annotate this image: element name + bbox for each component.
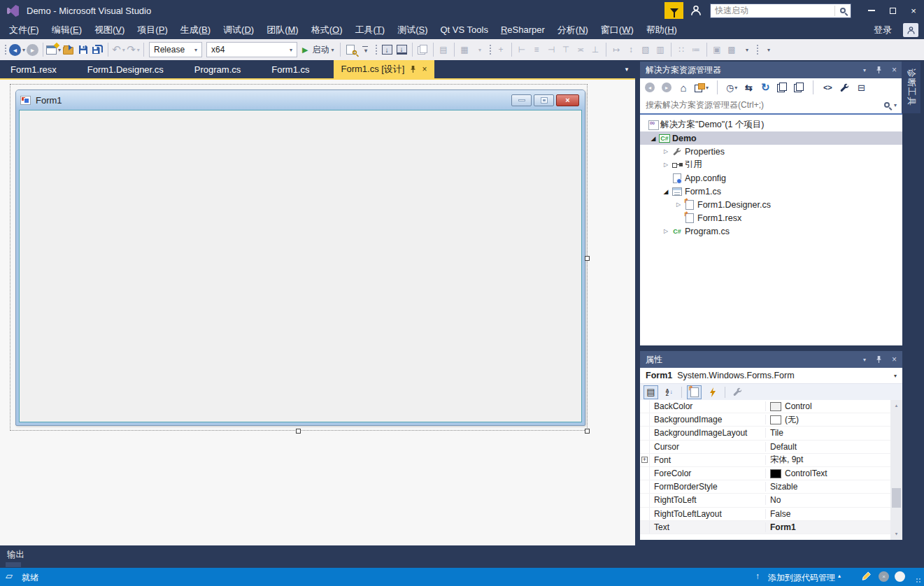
- pin-icon[interactable]: [410, 65, 416, 73]
- designer-surface[interactable]: Form1 ×: [0, 80, 635, 545]
- categorized-button[interactable]: ▤: [644, 385, 658, 399]
- dropdown-icon[interactable]: ▾: [894, 373, 897, 379]
- resize-handle-corner[interactable]: [585, 429, 590, 434]
- form-maximize-button[interactable]: [534, 94, 554, 106]
- build-solution-button[interactable]: ↓: [380, 41, 395, 58]
- save-all-button[interactable]: [90, 41, 105, 58]
- user-avatar-button[interactable]: [903, 23, 918, 37]
- attach-to-process-button[interactable]: [415, 41, 430, 58]
- publish-pen-icon[interactable]: [861, 571, 872, 581]
- tree-item-properties[interactable]: ▷ Properties: [640, 145, 902, 158]
- scroll-down-icon[interactable]: ▴: [890, 529, 902, 540]
- source-control-menu-icon[interactable]: ▴: [838, 573, 841, 579]
- tab-diagnostic-tools[interactable]: 诊断工具: [902, 62, 921, 113]
- menu-window[interactable]: 窗口(W): [595, 21, 640, 39]
- form-close-button[interactable]: ×: [556, 94, 579, 106]
- document-list-dropdown[interactable]: ▾: [620, 60, 634, 78]
- tab-output[interactable]: 输出: [7, 549, 24, 561]
- menu-build[interactable]: 生成(B): [174, 21, 217, 39]
- minimize-button[interactable]: [861, 0, 882, 21]
- start-debugging-button[interactable]: ▶启动▾: [299, 41, 336, 58]
- scrollbar-thumb[interactable]: [892, 488, 901, 508]
- tab-form1-cs-design[interactable]: Form1.cs [设计] ×: [334, 60, 434, 78]
- home-button[interactable]: ⌂: [678, 82, 689, 94]
- scroll-up-icon[interactable]: ▴: [890, 400, 902, 410]
- send-to-back-button[interactable]: ▩: [725, 41, 739, 58]
- menu-test[interactable]: 测试(S): [391, 21, 434, 39]
- show-all-files-button[interactable]: [793, 83, 804, 92]
- menu-resharper[interactable]: ReSharper: [495, 21, 551, 39]
- property-row-cursor[interactable]: Cursor Default: [640, 441, 890, 454]
- pin-icon[interactable]: [876, 66, 882, 74]
- window-position-dropdown-icon[interactable]: ▾: [863, 67, 866, 73]
- sync-status-icon[interactable]: ×: [879, 571, 889, 582]
- tree-item-app-config[interactable]: App.config: [640, 171, 902, 185]
- toolbar-grip[interactable]: [375, 44, 378, 56]
- property-row-forecolor[interactable]: ForeColor ControlText: [640, 467, 890, 480]
- events-button[interactable]: [705, 385, 720, 399]
- feedback-icon[interactable]: [664, 2, 683, 19]
- tab-form1-resx[interactable]: Form1.resx: [4, 60, 63, 78]
- align-rights-button[interactable]: ⊣: [544, 41, 559, 58]
- search-icon[interactable]: [884, 102, 890, 108]
- vertical-spacing-button[interactable]: ≔: [689, 41, 704, 58]
- status-avatar-icon[interactable]: [895, 571, 905, 582]
- resize-handle-right[interactable]: [585, 256, 590, 261]
- quick-launch-box[interactable]: [710, 3, 851, 18]
- resize-handle-bottom[interactable]: [296, 429, 301, 434]
- solution-explorer-search[interactable]: ▾: [640, 97, 902, 115]
- property-row-righttoleft[interactable]: RightToLeft No: [640, 494, 890, 507]
- property-row-formborderstyle[interactable]: FormBorderStyle Sizable: [640, 480, 890, 494]
- refresh-button[interactable]: ↻: [760, 81, 771, 94]
- property-row-righttoleftlayout[interactable]: RightToLeftLayout False: [640, 508, 890, 521]
- expander-collapsed-icon[interactable]: ▷: [661, 148, 671, 155]
- property-pages-button[interactable]: [730, 385, 745, 399]
- form-client-area[interactable]: [19, 110, 582, 422]
- make-same-width-button[interactable]: ↦: [609, 41, 624, 58]
- align-lefts-button[interactable]: ⊢: [515, 41, 529, 58]
- expand-icon[interactable]: +: [641, 457, 648, 463]
- menu-format[interactable]: 格式(O): [305, 21, 349, 39]
- design-form[interactable]: Form1 ×: [15, 90, 585, 426]
- snap-to-grid-button[interactable]: ▦: [457, 41, 472, 58]
- property-row-backgroundimage[interactable]: BackgroundImage (无): [640, 413, 890, 427]
- menu-analyze[interactable]: 分析(N): [551, 21, 595, 39]
- selected-object-combo[interactable]: Form1 System.Windows.Forms.Form ▾: [640, 368, 902, 383]
- pending-changes-filter-button[interactable]: ◷▾: [726, 83, 737, 93]
- properties-scrollbar[interactable]: ▴ ▴: [890, 400, 902, 540]
- build-selection-button[interactable]: ↓: [395, 41, 409, 58]
- solution-platform-combo[interactable]: x64▾: [206, 42, 297, 57]
- tree-item-program-cs[interactable]: ▷ C# Program.cs: [640, 224, 902, 238]
- close-button[interactable]: ×: [903, 0, 924, 21]
- window-position-dropdown-icon[interactable]: ▾: [863, 357, 866, 363]
- switch-views-button[interactable]: ▾: [695, 83, 709, 92]
- send-feedback-person-icon[interactable]: [690, 4, 702, 17]
- view-code-button[interactable]: <>: [822, 83, 833, 92]
- save-button[interactable]: [76, 41, 90, 58]
- toolbar-grip[interactable]: [756, 44, 759, 56]
- make-same-size-button[interactable]: ▧: [639, 41, 653, 58]
- navigate-back-button[interactable]: ◂▾: [9, 41, 25, 58]
- expander-expanded-icon[interactable]: ◢: [648, 135, 658, 142]
- toolbar-grip[interactable]: [4, 44, 7, 56]
- tree-item-solution[interactable]: ∞ 解决方案"Demo"(1 个项目): [640, 118, 902, 131]
- expander-collapsed-icon[interactable]: ▷: [674, 201, 683, 208]
- menu-tools[interactable]: 工具(T): [349, 21, 392, 39]
- alphabetical-sort-button[interactable]: AZ↓: [662, 385, 676, 399]
- property-row-font[interactable]: + Font 宋体, 9pt: [640, 454, 890, 467]
- close-panel-icon[interactable]: ×: [892, 355, 897, 364]
- solution-explorer-header[interactable]: 解决方案资源管理器 ▾ ×: [640, 62, 902, 78]
- collapse-all-button[interactable]: ⊟: [855, 83, 867, 93]
- find-in-files-button[interactable]: [343, 41, 358, 58]
- se-back-button[interactable]: ◂: [644, 83, 655, 92]
- size-to-grid-button[interactable]: ▥: [653, 41, 668, 58]
- solution-configuration-combo[interactable]: Release▾: [149, 42, 202, 57]
- show-grid-button[interactable]: ▤: [436, 41, 451, 58]
- se-search-input[interactable]: [646, 100, 880, 110]
- tree-item-form1-designer-cs[interactable]: ▷ ↱ Form1.Designer.cs: [640, 198, 902, 211]
- menu-qt-vs-tools[interactable]: Qt VS Tools: [434, 21, 495, 39]
- close-panel-icon[interactable]: ×: [892, 65, 897, 75]
- tree-item-form1-cs[interactable]: ◢ Form1.cs: [640, 185, 902, 198]
- search-icon[interactable]: [840, 8, 846, 13]
- tree-item-project-demo[interactable]: ◢ C# Demo: [640, 131, 902, 145]
